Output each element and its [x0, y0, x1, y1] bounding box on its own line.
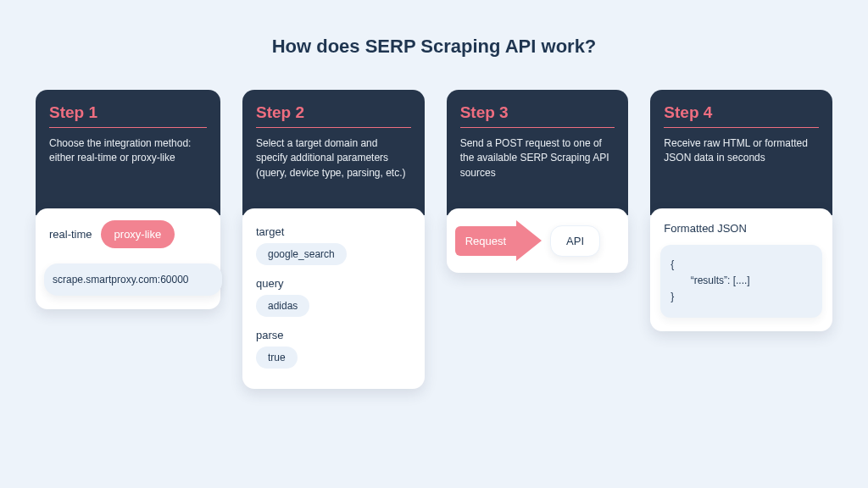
step-2-desc: Select a target domain and specify addit… — [256, 136, 411, 180]
step-3-desc: Send a POST request to one of the availa… — [460, 136, 615, 180]
option-realtime[interactable]: real-time — [49, 228, 92, 241]
step-2-label: Step 2 — [256, 103, 411, 122]
param-parse-value: true — [256, 347, 298, 369]
step-4-divider — [664, 127, 819, 128]
step-3: Step 3 Send a POST request to one of the… — [447, 90, 629, 273]
step-2-divider — [256, 127, 411, 128]
param-query-value: adidas — [256, 295, 309, 317]
arrow-right-icon — [516, 220, 542, 261]
step-1: Step 1 Choose the integration method: ei… — [36, 90, 220, 309]
step-3-content: Request API — [447, 208, 629, 273]
step-1-desc: Choose the integration method: either re… — [49, 136, 207, 166]
step-1-divider — [49, 127, 207, 128]
step-4: Step 4 Receive raw HTML or formatted JSO… — [650, 90, 832, 331]
steps-row: Step 1 Choose the integration method: ei… — [0, 58, 868, 389]
step-1-header: Step 1 Choose the integration method: ei… — [36, 90, 220, 215]
step-2: Step 2 Select a target domain and specif… — [242, 90, 425, 389]
formatted-json-heading: Formatted JSON — [664, 222, 822, 235]
param-target-label: target — [256, 225, 415, 238]
json-code-block: { “results”: [....] } — [660, 245, 822, 318]
param-query-label: query — [256, 277, 415, 290]
step-2-header: Step 2 Select a target domain and specif… — [242, 90, 425, 215]
param-target-value: google_search — [256, 243, 347, 265]
step-4-label: Step 4 — [664, 103, 819, 122]
step-4-desc: Receive raw HTML or formatted JSON data … — [664, 136, 819, 166]
param-parse-label: parse — [256, 329, 415, 341]
endpoint-display: scrape.smartproxy.com:60000 — [44, 263, 222, 296]
page-title: How does SERP Scraping API work? — [0, 0, 868, 58]
option-proxylike[interactable]: proxy-like — [101, 220, 175, 248]
request-flow: Request API — [455, 220, 620, 261]
step-3-header: Step 3 Send a POST request to one of the… — [447, 90, 629, 215]
step-2-content: target google_search query adidas parse … — [242, 208, 425, 389]
step-3-label: Step 3 — [460, 103, 615, 122]
step-4-header: Step 4 Receive raw HTML or formatted JSO… — [650, 90, 832, 215]
step-1-content: real-time proxy-like scrape.smartproxy.c… — [36, 208, 220, 309]
step-1-label: Step 1 — [49, 103, 207, 122]
step-3-divider — [460, 127, 615, 128]
integration-options: real-time proxy-like — [46, 220, 210, 248]
step-4-content: Formatted JSON { “results”: [....] } — [650, 208, 832, 331]
api-badge: API — [550, 225, 600, 257]
request-badge: Request — [455, 226, 518, 256]
